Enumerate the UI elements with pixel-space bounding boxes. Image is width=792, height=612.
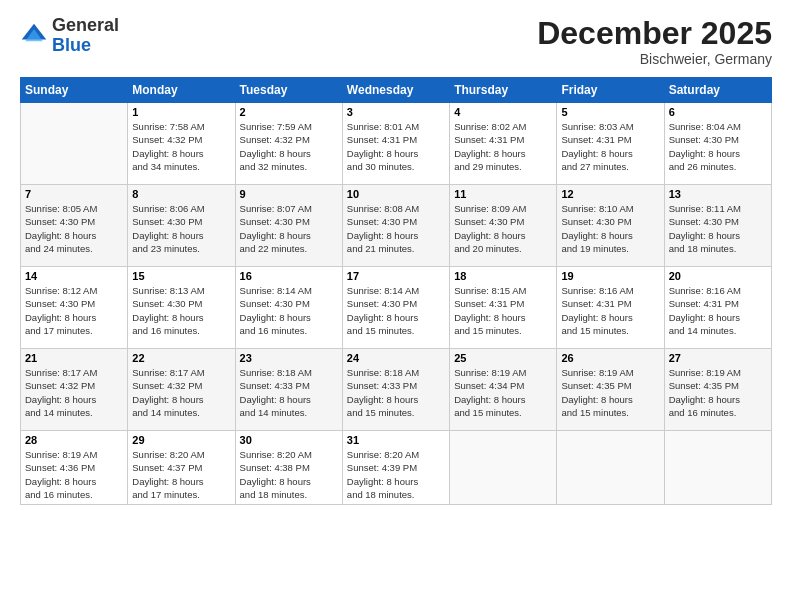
day-info: Sunrise: 8:15 AM Sunset: 4:31 PM Dayligh…: [454, 284, 552, 337]
calendar-cell: 9Sunrise: 8:07 AM Sunset: 4:30 PM Daylig…: [235, 185, 342, 267]
day-info: Sunrise: 8:04 AM Sunset: 4:30 PM Dayligh…: [669, 120, 767, 173]
month-title: December 2025: [537, 16, 772, 51]
calendar-cell: 13Sunrise: 8:11 AM Sunset: 4:30 PM Dayli…: [664, 185, 771, 267]
day-number: 3: [347, 106, 445, 118]
day-number: 1: [132, 106, 230, 118]
day-info: Sunrise: 8:10 AM Sunset: 4:30 PM Dayligh…: [561, 202, 659, 255]
calendar-cell: 11Sunrise: 8:09 AM Sunset: 4:30 PM Dayli…: [450, 185, 557, 267]
calendar-cell: 10Sunrise: 8:08 AM Sunset: 4:30 PM Dayli…: [342, 185, 449, 267]
day-number: 10: [347, 188, 445, 200]
calendar-cell: 25Sunrise: 8:19 AM Sunset: 4:34 PM Dayli…: [450, 349, 557, 431]
day-info: Sunrise: 8:14 AM Sunset: 4:30 PM Dayligh…: [240, 284, 338, 337]
calendar-cell: 19Sunrise: 8:16 AM Sunset: 4:31 PM Dayli…: [557, 267, 664, 349]
location: Bischweier, Germany: [537, 51, 772, 67]
day-number: 29: [132, 434, 230, 446]
calendar-cell: 7Sunrise: 8:05 AM Sunset: 4:30 PM Daylig…: [21, 185, 128, 267]
day-info: Sunrise: 7:58 AM Sunset: 4:32 PM Dayligh…: [132, 120, 230, 173]
logo-general: General: [52, 16, 119, 36]
weekday-header-sunday: Sunday: [21, 78, 128, 103]
calendar-cell: 23Sunrise: 8:18 AM Sunset: 4:33 PM Dayli…: [235, 349, 342, 431]
calendar-cell: 16Sunrise: 8:14 AM Sunset: 4:30 PM Dayli…: [235, 267, 342, 349]
day-number: 7: [25, 188, 123, 200]
calendar-cell: 1Sunrise: 7:58 AM Sunset: 4:32 PM Daylig…: [128, 103, 235, 185]
calendar-page: General Blue December 2025 Bischweier, G…: [0, 0, 792, 612]
day-info: Sunrise: 8:20 AM Sunset: 4:37 PM Dayligh…: [132, 448, 230, 501]
day-info: Sunrise: 8:16 AM Sunset: 4:31 PM Dayligh…: [561, 284, 659, 337]
day-number: 11: [454, 188, 552, 200]
day-info: Sunrise: 8:20 AM Sunset: 4:39 PM Dayligh…: [347, 448, 445, 501]
day-info: Sunrise: 8:19 AM Sunset: 4:35 PM Dayligh…: [669, 366, 767, 419]
weekday-header-wednesday: Wednesday: [342, 78, 449, 103]
day-number: 6: [669, 106, 767, 118]
day-number: 23: [240, 352, 338, 364]
calendar-cell: 5Sunrise: 8:03 AM Sunset: 4:31 PM Daylig…: [557, 103, 664, 185]
day-number: 17: [347, 270, 445, 282]
header: General Blue December 2025 Bischweier, G…: [20, 16, 772, 67]
day-info: Sunrise: 8:03 AM Sunset: 4:31 PM Dayligh…: [561, 120, 659, 173]
day-info: Sunrise: 8:05 AM Sunset: 4:30 PM Dayligh…: [25, 202, 123, 255]
calendar-cell: 3Sunrise: 8:01 AM Sunset: 4:31 PM Daylig…: [342, 103, 449, 185]
day-info: Sunrise: 8:07 AM Sunset: 4:30 PM Dayligh…: [240, 202, 338, 255]
weekday-header-tuesday: Tuesday: [235, 78, 342, 103]
calendar-cell: 6Sunrise: 8:04 AM Sunset: 4:30 PM Daylig…: [664, 103, 771, 185]
day-number: 14: [25, 270, 123, 282]
weekday-header-friday: Friday: [557, 78, 664, 103]
day-info: Sunrise: 8:20 AM Sunset: 4:38 PM Dayligh…: [240, 448, 338, 501]
calendar-cell: 28Sunrise: 8:19 AM Sunset: 4:36 PM Dayli…: [21, 431, 128, 505]
day-number: 21: [25, 352, 123, 364]
calendar-cell: [664, 431, 771, 505]
day-info: Sunrise: 8:14 AM Sunset: 4:30 PM Dayligh…: [347, 284, 445, 337]
logo-icon: [20, 22, 48, 50]
calendar-cell: 21Sunrise: 8:17 AM Sunset: 4:32 PM Dayli…: [21, 349, 128, 431]
day-number: 2: [240, 106, 338, 118]
calendar-cell: 29Sunrise: 8:20 AM Sunset: 4:37 PM Dayli…: [128, 431, 235, 505]
calendar-week-row: 28Sunrise: 8:19 AM Sunset: 4:36 PM Dayli…: [21, 431, 772, 505]
day-number: 12: [561, 188, 659, 200]
day-info: Sunrise: 8:19 AM Sunset: 4:34 PM Dayligh…: [454, 366, 552, 419]
calendar-cell: 17Sunrise: 8:14 AM Sunset: 4:30 PM Dayli…: [342, 267, 449, 349]
calendar-cell: 27Sunrise: 8:19 AM Sunset: 4:35 PM Dayli…: [664, 349, 771, 431]
day-number: 24: [347, 352, 445, 364]
calendar-cell: 22Sunrise: 8:17 AM Sunset: 4:32 PM Dayli…: [128, 349, 235, 431]
weekday-header-row: SundayMondayTuesdayWednesdayThursdayFrid…: [21, 78, 772, 103]
day-number: 26: [561, 352, 659, 364]
calendar-week-row: 14Sunrise: 8:12 AM Sunset: 4:30 PM Dayli…: [21, 267, 772, 349]
calendar-week-row: 7Sunrise: 8:05 AM Sunset: 4:30 PM Daylig…: [21, 185, 772, 267]
day-info: Sunrise: 8:13 AM Sunset: 4:30 PM Dayligh…: [132, 284, 230, 337]
day-info: Sunrise: 8:17 AM Sunset: 4:32 PM Dayligh…: [132, 366, 230, 419]
calendar-table: SundayMondayTuesdayWednesdayThursdayFrid…: [20, 77, 772, 505]
weekday-header-thursday: Thursday: [450, 78, 557, 103]
day-info: Sunrise: 8:19 AM Sunset: 4:35 PM Dayligh…: [561, 366, 659, 419]
day-info: Sunrise: 8:01 AM Sunset: 4:31 PM Dayligh…: [347, 120, 445, 173]
calendar-cell: 20Sunrise: 8:16 AM Sunset: 4:31 PM Dayli…: [664, 267, 771, 349]
day-info: Sunrise: 8:06 AM Sunset: 4:30 PM Dayligh…: [132, 202, 230, 255]
calendar-cell: 30Sunrise: 8:20 AM Sunset: 4:38 PM Dayli…: [235, 431, 342, 505]
logo: General Blue: [20, 16, 119, 56]
calendar-cell: [21, 103, 128, 185]
day-number: 9: [240, 188, 338, 200]
day-info: Sunrise: 8:16 AM Sunset: 4:31 PM Dayligh…: [669, 284, 767, 337]
day-number: 28: [25, 434, 123, 446]
calendar-cell: 12Sunrise: 8:10 AM Sunset: 4:30 PM Dayli…: [557, 185, 664, 267]
day-number: 15: [132, 270, 230, 282]
title-block: December 2025 Bischweier, Germany: [537, 16, 772, 67]
day-number: 27: [669, 352, 767, 364]
day-info: Sunrise: 8:08 AM Sunset: 4:30 PM Dayligh…: [347, 202, 445, 255]
weekday-header-saturday: Saturday: [664, 78, 771, 103]
day-number: 16: [240, 270, 338, 282]
day-number: 8: [132, 188, 230, 200]
calendar-cell: [450, 431, 557, 505]
calendar-cell: 2Sunrise: 7:59 AM Sunset: 4:32 PM Daylig…: [235, 103, 342, 185]
day-number: 20: [669, 270, 767, 282]
day-number: 25: [454, 352, 552, 364]
logo-blue: Blue: [52, 36, 119, 56]
calendar-cell: 14Sunrise: 8:12 AM Sunset: 4:30 PM Dayli…: [21, 267, 128, 349]
day-info: Sunrise: 8:11 AM Sunset: 4:30 PM Dayligh…: [669, 202, 767, 255]
day-info: Sunrise: 8:19 AM Sunset: 4:36 PM Dayligh…: [25, 448, 123, 501]
day-number: 22: [132, 352, 230, 364]
calendar-cell: 18Sunrise: 8:15 AM Sunset: 4:31 PM Dayli…: [450, 267, 557, 349]
weekday-header-monday: Monday: [128, 78, 235, 103]
calendar-cell: 8Sunrise: 8:06 AM Sunset: 4:30 PM Daylig…: [128, 185, 235, 267]
day-number: 18: [454, 270, 552, 282]
day-info: Sunrise: 8:18 AM Sunset: 4:33 PM Dayligh…: [240, 366, 338, 419]
